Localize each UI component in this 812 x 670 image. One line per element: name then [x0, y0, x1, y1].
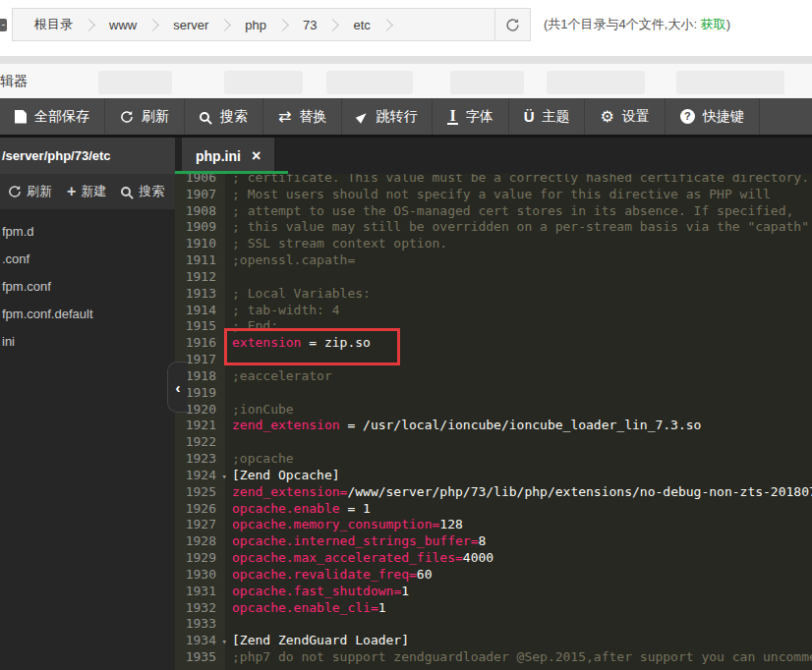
code-line[interactable]: 1934▾[Zend ZendGuard Loader]: [175, 633, 812, 649]
breadcrumb-item-server[interactable]: server: [167, 18, 214, 32]
collapse-panel-icon[interactable]: -: [0, 19, 7, 31]
code-line[interactable]: 1924▾[Zend Opcache]: [175, 468, 812, 484]
tab-php-ini[interactable]: php.ini ×: [182, 138, 274, 174]
chevron-right-icon: [146, 19, 159, 31]
sidebar-collapse-handle[interactable]: ‹: [167, 362, 188, 413]
chevron-right-icon: [380, 19, 393, 31]
toolbar-button-refresh[interactable]: 刷新: [105, 98, 185, 135]
toolbar-button-settings[interactable]: ⚙设置: [585, 98, 665, 135]
code-line[interactable]: 1923;opcache: [175, 451, 812, 468]
code-line[interactable]: 1909; this value may still be overridden…: [175, 219, 812, 236]
ghost-button: [676, 71, 784, 94]
code-text: ;eaccelerator: [225, 368, 812, 385]
code-line[interactable]: 1908; attempt to use the OS-managed cert…: [175, 203, 812, 220]
line-number: 1935: [175, 649, 225, 666]
theme-icon: Ü: [524, 109, 535, 124]
code-line[interactable]: 1911;openssl.capath=: [175, 252, 812, 269]
toolbar-button-label: 字体: [466, 108, 493, 126]
code-line[interactable]: 1933: [175, 616, 812, 633]
code-line[interactable]: 1931opcache.fast_shutdown=1: [175, 584, 812, 600]
ghost-button: [547, 71, 645, 94]
get-size-link[interactable]: 获取: [701, 17, 726, 31]
toolbar-button-font[interactable]: I字体: [433, 98, 508, 135]
code-line[interactable]: 1912: [175, 269, 812, 286]
chevron-left-icon: ‹: [176, 379, 181, 396]
code-line[interactable]: 1926opcache.enable = 1: [175, 501, 812, 518]
code-editor[interactable]: 1906; certificate. This value must be a …: [175, 174, 812, 670]
code-text: [225, 385, 812, 402]
breadcrumb-item-www[interactable]: www: [103, 18, 143, 32]
line-number: 1933: [175, 616, 225, 633]
code-line[interactable]: 1935;php7 do not support zendguardloader…: [175, 649, 812, 666]
toolbar-button-hotkey[interactable]: ?快捷键: [666, 98, 760, 135]
line-number: 1916: [175, 335, 225, 352]
settings-icon: ⚙: [600, 109, 613, 124]
code-line[interactable]: 1919: [175, 385, 812, 402]
code-line[interactable]: 1925zend_extension=/www/server/php/73/li…: [175, 484, 812, 501]
breadcrumb-item-根目录[interactable]: 根目录: [29, 16, 79, 33]
toolbar-button-theme[interactable]: Ü主题: [509, 98, 586, 135]
breadcrumb-item-73[interactable]: 73: [297, 18, 322, 32]
file-item[interactable]: fpm.d: [0, 218, 175, 246]
ghost-button: [450, 71, 524, 94]
toolbar-button-goto-line[interactable]: 跳转行: [342, 98, 433, 135]
sidebar-action-refresh[interactable]: 刷新: [8, 183, 52, 200]
tab-close-icon[interactable]: ×: [252, 149, 261, 163]
line-number: 1932: [175, 600, 225, 617]
line-number: 1921: [175, 418, 225, 434]
code-line[interactable]: 1920;ionCube: [175, 402, 812, 419]
code-line[interactable]: 1928opcache.interned_strings_buffer=8: [175, 533, 812, 550]
file-item[interactable]: ini: [0, 328, 175, 356]
sidebar-action-search[interactable]: 搜索: [121, 183, 164, 200]
sidebar-current-path: /server/php/73/etc: [0, 138, 175, 174]
toolbar-button-label: 刷新: [142, 108, 169, 126]
toolbar-button-replace[interactable]: ⇄替换: [263, 98, 342, 135]
line-number: 1908: [175, 203, 225, 220]
toolbar-button-label: 跳转行: [376, 108, 417, 126]
file-manager-topbar: - 根目录wwwserverphp73etc (共1个目录与4个文件,大小: 获…: [0, 0, 812, 56]
code-text: ; Local Variables:: [225, 286, 812, 303]
sidebar-action-plus[interactable]: +新建: [67, 183, 106, 200]
code-line[interactable]: 1918;eaccelerator: [175, 368, 812, 385]
code-line[interactable]: 1913; Local Variables:: [175, 286, 812, 303]
refresh-icon: [505, 18, 520, 32]
editor-toolbar: 全部保存刷新搜索⇄替换跳转行I字体Ü主题⚙设置?快捷键: [0, 98, 812, 135]
fold-arrow-icon[interactable]: ▾: [222, 634, 227, 650]
code-text: [225, 352, 812, 368]
line-number: 1912: [175, 269, 225, 286]
code-line[interactable]: 1921zend_extension = /usr/local/ioncube/…: [175, 418, 812, 434]
code-line[interactable]: 1930opcache.revalidate_freq=60: [175, 567, 812, 584]
toolbar-button-save-all[interactable]: 全部保存: [0, 98, 105, 135]
breadcrumb-item-etc[interactable]: etc: [347, 18, 376, 32]
file-item[interactable]: .conf: [0, 246, 175, 273]
search-icon: [121, 187, 134, 196]
code-line[interactable]: 1915; End:: [175, 318, 812, 335]
code-text: zend_extension=/www/server/php/73/lib/ph…: [225, 484, 812, 501]
toolbar-button-label: 主题: [542, 108, 569, 126]
code-line[interactable]: 1927opcache.memory_consumption=128: [175, 517, 812, 533]
breadcrumb-items: 根目录wwwserverphp73etc: [13, 9, 494, 40]
code-line[interactable]: 1907; Most users should not specify a va…: [175, 187, 812, 203]
refresh-icon: [120, 110, 134, 124]
breadcrumb-refresh-button[interactable]: [494, 9, 530, 40]
code-text: ; SSL stream context option.: [225, 236, 812, 252]
search-icon: [200, 112, 212, 122]
code-text: opcache.enable = 1: [225, 501, 812, 518]
file-item[interactable]: fpm.conf.default: [0, 301, 175, 328]
code-line[interactable]: 1906; certificate. This value must be a …: [175, 174, 812, 187]
code-line[interactable]: 1922: [175, 434, 812, 451]
code-line[interactable]: 1929opcache.max_accelerated_files=4000: [175, 550, 812, 567]
line-number: 1929: [175, 550, 225, 567]
toolbar-button-label: 搜索: [220, 108, 248, 126]
code-line[interactable]: 1932opcache.enable_cli=1: [175, 600, 812, 617]
code-line[interactable]: 1910; SSL stream context option.: [175, 236, 812, 252]
code-line[interactable]: 1914; tab-width: 4: [175, 303, 812, 319]
fold-arrow-icon[interactable]: ▾: [222, 469, 227, 485]
breadcrumb-item-php[interactable]: php: [239, 18, 272, 32]
hotkey-icon: ?: [680, 109, 695, 124]
file-item[interactable]: fpm.conf: [0, 273, 175, 301]
toolbar-button-search[interactable]: 搜索: [185, 98, 263, 135]
code-line[interactable]: 1917: [175, 352, 812, 368]
code-text: opcache.enable_cli=1: [225, 600, 812, 617]
code-line[interactable]: 1916extension = zip.so: [175, 335, 812, 352]
